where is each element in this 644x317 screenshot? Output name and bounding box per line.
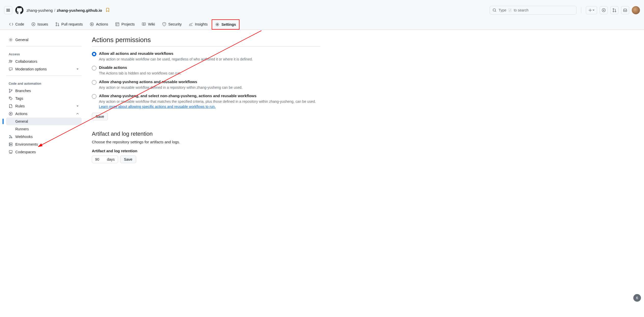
sidebar-item-tags[interactable]: Tags: [6, 95, 82, 102]
svg-point-23: [9, 137, 10, 138]
sidebar-item-rules[interactable]: Rules: [6, 102, 82, 110]
sidebar-item-actions-runners[interactable]: Runners: [6, 125, 82, 133]
tab-settings[interactable]: Settings: [212, 19, 239, 30]
plus-icon: [588, 8, 592, 12]
sidebar-item-branches[interactable]: Branches: [6, 87, 82, 95]
dot-circle-icon: [31, 22, 35, 26]
shield-icon: [162, 22, 166, 26]
retention-unit: days: [107, 157, 115, 161]
radio-desc: Any action or reusable workflow defined …: [99, 85, 243, 90]
search-placeholder-post: to search: [514, 8, 528, 12]
sidebar-section-automation: Code and automation: [6, 78, 82, 87]
learn-more-link[interactable]: Learn more about allowing specific actio…: [99, 105, 216, 109]
tab-label: Wiki: [148, 22, 155, 26]
github-logo[interactable]: [15, 6, 23, 14]
git-pull-request-icon: [55, 22, 59, 26]
divider: [6, 46, 82, 46]
tab-label: Pull requests: [61, 22, 83, 26]
svg-point-2: [603, 10, 604, 11]
save-retention-button[interactable]: Save: [120, 156, 136, 163]
svg-point-0: [493, 9, 496, 11]
svg-point-7: [33, 24, 34, 25]
issues-button[interactable]: [600, 6, 608, 14]
sidebar-item-actions-general[interactable]: General: [6, 118, 82, 125]
sidebar-item-label: Rules: [15, 104, 25, 108]
sidebar-item-label: Tags: [15, 96, 23, 100]
sidebar-item-general[interactable]: General: [6, 36, 82, 44]
breadcrumb: zhang-yusheng / zhang-yusheng.github.io: [27, 8, 110, 13]
sidebar-item-label: Codespaces: [15, 150, 36, 154]
sidebar-item-label: Branches: [15, 89, 31, 93]
tab-label: Security: [168, 22, 182, 26]
server-icon: [9, 142, 13, 146]
chevron-down-icon: [76, 105, 79, 108]
radio-allow-select[interactable]: Allow zhang-yusheng, and select non-zhan…: [92, 94, 320, 109]
tab-actions[interactable]: Actions: [87, 19, 111, 30]
tab-pull-requests[interactable]: Pull requests: [52, 19, 86, 30]
bookmark-icon[interactable]: [106, 8, 110, 13]
tab-security[interactable]: Security: [159, 19, 185, 30]
tab-wiki[interactable]: Wiki: [139, 19, 158, 30]
svg-point-14: [10, 39, 11, 41]
radio-input[interactable]: [92, 94, 96, 99]
codespaces-icon: [9, 150, 13, 154]
radio-input[interactable]: [92, 80, 96, 85]
tab-insights[interactable]: Insights: [186, 19, 211, 30]
tab-label: Issues: [37, 22, 48, 26]
breadcrumb-repo[interactable]: zhang-yusheng.github.io: [57, 8, 102, 12]
code-icon: [9, 22, 13, 26]
radio-title: Allow zhang-yusheng, and select non-zhan…: [99, 94, 320, 98]
retention-days-input[interactable]: 90 days: [92, 156, 118, 163]
tab-code[interactable]: Code: [6, 19, 27, 30]
tab-issues[interactable]: Issues: [28, 19, 51, 30]
breadcrumb-sep: /: [54, 8, 55, 12]
create-new-button[interactable]: [586, 6, 597, 14]
svg-point-19: [11, 90, 12, 91]
save-permissions-button[interactable]: Save: [92, 113, 108, 120]
sidebar-item-collaborators[interactable]: Collaborators: [6, 58, 82, 65]
radio-body: Disable actions The Actions tab is hidde…: [99, 65, 181, 76]
sidebar-item-webhooks[interactable]: Webhooks: [6, 133, 82, 141]
chevron-up-icon: [76, 112, 79, 115]
search-input[interactable]: Type / to search: [490, 6, 576, 15]
pull-requests-button[interactable]: [610, 6, 618, 14]
git-branch-icon: [9, 89, 13, 93]
radio-input[interactable]: [92, 66, 96, 70]
breadcrumb-owner[interactable]: zhang-yusheng: [27, 8, 53, 12]
chevron-down-icon: [76, 68, 79, 71]
radio-input[interactable]: [92, 52, 96, 56]
repo-nav: Code Issues Pull requests Actions Projec…: [4, 19, 640, 30]
radio-body: Allow zhang-yusheng actions and reusable…: [99, 80, 243, 90]
svg-point-9: [56, 25, 57, 26]
tab-label: Projects: [121, 22, 135, 26]
radio-desc: The Actions tab is hidden and no workflo…: [99, 71, 181, 76]
inbox-button[interactable]: [621, 6, 629, 14]
tab-projects[interactable]: Projects: [112, 19, 138, 30]
radio-body: Allow all actions and reusable workflows…: [99, 51, 253, 62]
sidebar-item-label: General: [15, 38, 29, 42]
hamburger-icon: [6, 8, 10, 12]
sidebar-item-moderation[interactable]: Moderation options: [6, 65, 82, 73]
sidebar-item-label: Environments: [15, 142, 38, 146]
sidebar-item-label: Collaborators: [15, 59, 37, 64]
file-icon: [9, 104, 13, 108]
radio-title: Allow zhang-yusheng actions and reusable…: [99, 80, 243, 84]
sidebar-item-codespaces[interactable]: Codespaces: [6, 148, 82, 156]
radio-title: Allow all actions and reusable workflows: [99, 51, 253, 56]
radio-allow-all[interactable]: Allow all actions and reusable workflows…: [92, 51, 320, 62]
svg-point-15: [9, 60, 11, 61]
radio-allow-owner[interactable]: Allow zhang-yusheng actions and reusable…: [92, 80, 320, 90]
svg-rect-29: [9, 150, 12, 153]
sidebar-item-label: Runners: [15, 127, 29, 131]
sidebar: General Access Collaborators Moderation …: [6, 36, 82, 163]
radio-disable[interactable]: Disable actions The Actions tab is hidde…: [92, 65, 320, 76]
divider: [92, 46, 320, 47]
radio-desc: Any action or reusable workflow that mat…: [99, 99, 320, 109]
content: Actions permissions Allow all actions an…: [82, 36, 326, 163]
menu-button[interactable]: [4, 6, 12, 14]
people-icon: [9, 59, 13, 64]
sidebar-item-actions[interactable]: Actions: [6, 110, 82, 118]
avatar[interactable]: [632, 6, 640, 14]
sidebar-item-environments[interactable]: Environments: [6, 141, 82, 148]
sidebar-item-label: Webhooks: [15, 135, 33, 139]
